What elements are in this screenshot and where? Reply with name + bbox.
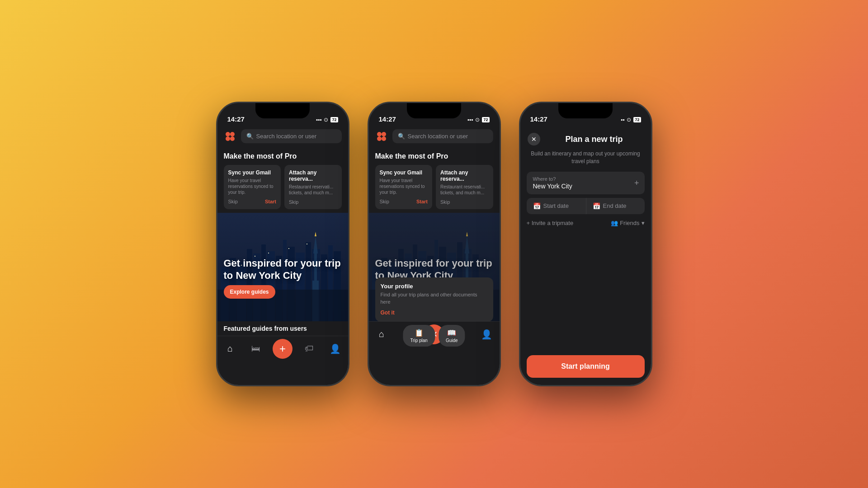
plan-form-3: Where to? New York City + 📅 Start date 📅…	[520, 172, 651, 235]
profile-icon-1: 👤	[330, 343, 341, 354]
calendar-end-icon: 📅	[593, 202, 600, 210]
close-plan-btn[interactable]: ✕	[528, 133, 540, 145]
plan-subtitle-3: Build an itinerary and map out your upco…	[520, 150, 651, 172]
search-placeholder-2: Search location or user	[408, 133, 468, 140]
search-icon-1: 🔍	[246, 133, 254, 140]
gmail-start-btn[interactable]: Start	[265, 199, 276, 204]
nav-home-2[interactable]: ⌂	[373, 325, 391, 343]
guide-label-2: Guide	[446, 338, 458, 343]
friends-label: Friends	[620, 220, 639, 226]
svg-point-35	[382, 136, 386, 141]
invite-label: + Invite a tripmate	[527, 220, 574, 226]
nav-profile-1[interactable]: 👤	[326, 340, 344, 358]
nav-profile-2[interactable]: 👤	[477, 325, 495, 343]
invite-tripmate-btn[interactable]: + Invite a tripmate	[527, 220, 574, 226]
pro-card-res-2: Attach any reserva... Restaurant reserva…	[436, 165, 493, 209]
pro-card-gmail-2-title: Sync your Gmail	[380, 169, 428, 176]
bed-icon-1: 🛏	[251, 343, 260, 354]
status-icons-1: ▪▪▪ ⊙ 72	[316, 117, 338, 123]
svg-point-2	[226, 136, 230, 141]
pro-cards-2: Sync your Gmail Have your travel reserva…	[375, 165, 493, 209]
app-logo-1	[224, 130, 236, 143]
gmail-2-skip[interactable]: Skip	[380, 199, 389, 204]
pro-card-gmail-2-actions: Skip Start	[380, 199, 428, 204]
got-it-btn-2[interactable]: Got it	[381, 310, 395, 316]
nav-trips-1[interactable]: 🛏	[247, 340, 265, 358]
status-icons-2: ▪▪▪ ⊙ 72	[467, 117, 490, 123]
where-to-field[interactable]: Where to? New York City +	[527, 172, 645, 194]
signal-icon-2: ▪▪▪	[467, 117, 473, 123]
search-icon-2: 🔍	[398, 133, 405, 140]
tooltip-desc-2: Find all your trip plans and other docum…	[381, 291, 488, 305]
pro-title-2: Make the most of Pro	[375, 152, 493, 160]
featured-title-1: Featured guides from users	[224, 325, 342, 332]
res-2-skip[interactable]: Skip	[440, 199, 450, 205]
close-icon-3: ✕	[531, 136, 537, 143]
pro-section-1: Make the most of Pro Sync your Gmail Hav…	[217, 147, 348, 213]
end-date-field[interactable]: 📅 End date	[586, 198, 645, 214]
dates-field: 📅 Start date 📅 End date	[527, 198, 645, 214]
status-time-2: 14:27	[379, 115, 396, 123]
home-icon-1: ⌂	[227, 343, 233, 354]
dynamic-island-2	[407, 103, 461, 118]
svg-point-34	[377, 136, 382, 141]
where-to-value: New York City	[533, 183, 638, 190]
res-skip-btn[interactable]: Skip	[289, 199, 298, 205]
app-header-2: 🔍 Search location or user	[369, 126, 500, 147]
featured-section-1: Featured guides from users	[217, 321, 348, 336]
svg-point-1	[230, 132, 235, 136]
signal-icon-1: ▪▪▪	[316, 117, 322, 123]
battery-3: 72	[633, 117, 641, 122]
gmail-2-start[interactable]: Start	[416, 199, 428, 204]
pro-card-gmail-actions: Skip Start	[228, 199, 277, 204]
status-time-3: 14:27	[530, 115, 547, 123]
where-to-plus-icon: +	[634, 178, 639, 188]
pro-title-1: Make the most of Pro	[224, 152, 342, 160]
profile-icon-2: 👤	[481, 329, 492, 340]
hero-text-1: Get inspired for your trip to New York C…	[224, 258, 348, 299]
pro-card-reservations: Attach any reserva... Restaurant reserva…	[284, 165, 342, 209]
plan-header-3: ✕ Plan a new trip	[520, 126, 651, 150]
pro-card-res-2-title: Attach any reserva...	[440, 169, 489, 182]
friends-icon: 👥	[611, 220, 618, 226]
wifi-icon-2: ⊙	[475, 117, 480, 123]
tooltip-title-2: Your profile	[381, 283, 488, 290]
start-planning-btn[interactable]: Start planning	[527, 355, 645, 378]
friends-selector[interactable]: 👥 Friends ▾	[611, 220, 644, 226]
chevron-down-icon: ▾	[642, 220, 645, 226]
wifi-icon-1: ⊙	[324, 117, 328, 123]
guide-icon-2: 📖	[447, 328, 456, 337]
svg-point-32	[377, 132, 382, 136]
pro-card-gmail-title: Sync your Gmail	[228, 169, 277, 176]
signal-icon-3: ▪▪	[621, 117, 625, 123]
explore-btn-1[interactable]: Explore guides	[224, 285, 275, 299]
pro-card-res-desc: Restaurant reservati... tickets, and muc…	[289, 184, 337, 196]
phone-1: 14:27 ▪▪▪ ⊙ 72 🔍 Search location or user	[216, 102, 349, 386]
plan-title-3: Plan a new trip	[545, 135, 644, 144]
gmail-skip-btn[interactable]: Skip	[228, 199, 238, 204]
pro-card-res-2-desc: Restaurant reservati... tickets, and muc…	[440, 184, 489, 196]
dynamic-island-3	[558, 103, 613, 118]
trip-plan-btn-2[interactable]: 📋 Trip plan	[403, 325, 435, 347]
svg-rect-28	[255, 256, 255, 257]
start-date-field[interactable]: 📅 Start date	[527, 198, 585, 214]
hero-title-1: Get inspired for your trip to New York C…	[224, 258, 348, 282]
start-date-placeholder: Start date	[543, 202, 569, 209]
pro-card-gmail-2-desc: Have your travel reservations synced to …	[380, 178, 428, 195]
svg-rect-30	[288, 248, 289, 249]
svg-rect-29	[268, 253, 269, 253]
search-bar-2[interactable]: 🔍 Search location or user	[392, 129, 493, 143]
guide-btn-2[interactable]: 📖 Guide	[439, 325, 465, 347]
nav-tags-1[interactable]: 🏷	[300, 340, 318, 358]
pro-card-gmail: Sync your Gmail Have your travel reserva…	[224, 165, 281, 209]
pro-card-gmail-desc: Have your travel reservations synced to …	[228, 178, 277, 195]
svg-point-0	[226, 132, 230, 136]
nav-home-1[interactable]: ⌂	[221, 340, 239, 358]
search-bar-1[interactable]: 🔍 Search location or user	[241, 129, 342, 143]
battery-2: 72	[482, 117, 489, 122]
app-logo-2	[375, 130, 388, 143]
nav-add-1[interactable]: +	[273, 339, 292, 359]
tooltip-overlay-2: Your profile Find all your trip plans an…	[375, 277, 493, 322]
where-to-label: Where to?	[533, 176, 638, 182]
pro-section-2: Make the most of Pro Sync your Gmail Hav…	[369, 147, 500, 213]
